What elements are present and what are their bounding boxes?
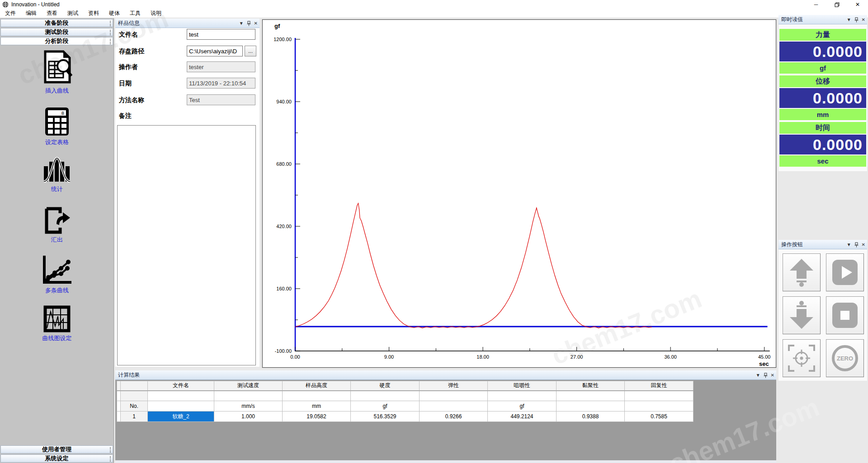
results-value-cell[interactable]: 0.9388 [557, 412, 625, 422]
dropdown-icon[interactable]: ▼ [756, 373, 760, 378]
dropdown-icon[interactable]: ▼ [239, 21, 244, 26]
menu-test[interactable]: 测试 [62, 9, 83, 17]
results-value-cell[interactable]: 1.000 [214, 412, 283, 422]
tool-multi-curve[interactable]: 多条曲线 [0, 255, 114, 295]
svg-text:27.00: 27.00 [571, 354, 583, 360]
target-button[interactable] [783, 339, 821, 377]
dropdown-icon[interactable]: ▼ [847, 18, 851, 22]
time-readout: 时间 0.0000 sec [779, 122, 866, 167]
pin-icon[interactable] [854, 242, 859, 248]
menu-hardware[interactable]: 硬体 [104, 9, 125, 17]
tool-statistics[interactable]: 统计 [0, 156, 114, 193]
results-column-header: 样品高度 [283, 381, 351, 391]
calculator-icon: 8 [44, 107, 70, 136]
time-label: 时间 [779, 122, 866, 134]
menu-file[interactable]: 文件 [0, 9, 21, 17]
dropdown-icon[interactable]: ▼ [847, 243, 851, 247]
no-column-header: No. [121, 401, 148, 412]
results-column-header: 咀嚼性 [488, 381, 557, 391]
window-titlebar: Innovation - Untitled ─ ✕ [0, 0, 868, 9]
system-settings-label: 系统设定 [45, 454, 69, 463]
menu-tools[interactable]: 工具 [125, 9, 146, 17]
results-table: 文件名测试速度样品高度硬度弹性咀嚼性黏聚性回复性No.mm/smmgfgf1软糖… [117, 381, 693, 422]
window-bottom-strip [115, 460, 776, 463]
menu-help[interactable]: 说明 [146, 9, 166, 17]
tool-label: 设定表格 [45, 138, 69, 146]
stop-button[interactable] [826, 296, 864, 334]
realtime-readouts-panel: 即时读值 ▼ ✕ 力量 0.0000 gf 位移 0.0000 mm 时间 0.… [778, 15, 867, 171]
svg-text:0.00: 0.00 [290, 354, 300, 360]
menu-data[interactable]: 资料 [83, 9, 104, 17]
save-path-input[interactable] [187, 46, 243, 56]
menu-view[interactable]: 查看 [42, 9, 62, 17]
svg-text:36.00: 36.00 [664, 354, 677, 360]
pin-icon[interactable] [247, 21, 251, 26]
results-value-cell[interactable]: 0.9266 [420, 412, 488, 422]
results-unit-cell: mm/s [214, 401, 283, 412]
grip-dots [110, 447, 111, 453]
results-value-cell[interactable]: 449.2124 [488, 412, 557, 422]
file-name-input[interactable] [187, 29, 255, 40]
displacement-value: 0.0000 [779, 88, 866, 108]
jog-up-button[interactable] [783, 253, 821, 291]
pin-icon[interactable] [764, 373, 768, 378]
zero-button[interactable]: ZERO [826, 339, 864, 377]
menu-edit[interactable]: 编辑 [21, 9, 42, 17]
stage-analysis-label: 分析阶段 [45, 37, 69, 45]
grip-dots [110, 21, 111, 26]
tool-insert-curve[interactable]: 插入曲线 [0, 50, 114, 95]
close-icon[interactable]: ✕ [254, 21, 258, 26]
close-icon[interactable]: ✕ [771, 373, 774, 378]
svg-text:-100.00: -100.00 [275, 348, 292, 354]
tool-label: 多条曲线 [45, 286, 69, 295]
operation-buttons-panel: 操作按钮 ▼ ✕ [778, 240, 867, 381]
system-settings-button[interactable]: 系统设定 [0, 454, 113, 463]
op-titlebar: 操作按钮 ▼ ✕ [778, 240, 867, 249]
chart-panel: 1200.00940.00680.00420.00160.00-100.000.… [262, 19, 776, 368]
tool-chart-settings[interactable]: 曲线图设定 [0, 305, 114, 342]
results-column-header: 弹性 [420, 381, 488, 391]
operator-input[interactable] [187, 61, 255, 72]
results-value-cell[interactable]: 0.7585 [625, 412, 693, 422]
force-readout: 力量 0.0000 gf [779, 29, 866, 74]
results-cell [420, 391, 488, 401]
insert-curve-icon [40, 50, 74, 85]
results-value-cell[interactable]: 516.3529 [351, 412, 420, 422]
sample-info-titlebar: 样品信息 ▼ ✕ [115, 19, 259, 28]
tool-set-table[interactable]: 8 设定表格 [0, 107, 114, 146]
file-name-cell[interactable]: 软糖_2 [148, 412, 214, 422]
restore-icon [835, 2, 840, 7]
stage-analysis-button[interactable]: 分析阶段 [0, 37, 113, 45]
force-value: 0.0000 [779, 42, 866, 61]
close-icon[interactable]: ✕ [862, 243, 865, 247]
multi-curve-icon [42, 255, 72, 285]
pin-icon[interactable] [854, 17, 859, 23]
date-input[interactable] [187, 78, 255, 89]
remark-textarea[interactable] [117, 125, 256, 365]
close-button[interactable]: ✕ [847, 0, 868, 9]
grip-dots [110, 456, 111, 462]
jog-down-button[interactable] [783, 296, 821, 334]
results-value-cell[interactable]: 19.0582 [283, 412, 351, 422]
results-cell [625, 391, 693, 401]
stage-prepare-button[interactable]: 准备阶段 [0, 19, 113, 27]
user-management-button[interactable]: 使用者管理 [0, 445, 113, 454]
displacement-unit: mm [779, 109, 866, 120]
browse-button[interactable]: ... [245, 46, 256, 56]
force-unit: gf [779, 62, 866, 74]
restore-button[interactable] [826, 0, 847, 9]
time-value: 0.0000 [779, 135, 866, 154]
method-name-input[interactable] [187, 94, 255, 105]
results-column-header: 硬度 [351, 381, 420, 391]
minimize-button[interactable]: ─ [806, 0, 826, 9]
tool-label: 曲线图设定 [42, 334, 72, 342]
results-unit-cell: gf [351, 401, 420, 412]
run-button[interactable] [826, 253, 864, 291]
force-label: 力量 [779, 29, 866, 41]
stage-test-button[interactable]: 测试阶段 [0, 28, 113, 36]
target-icon [787, 344, 816, 373]
operator-label: 操作者 [119, 63, 138, 71]
sample-info-title: 样品信息 [118, 19, 140, 27]
tool-export[interactable]: 汇出 [0, 207, 114, 244]
close-icon[interactable]: ✕ [862, 18, 865, 22]
